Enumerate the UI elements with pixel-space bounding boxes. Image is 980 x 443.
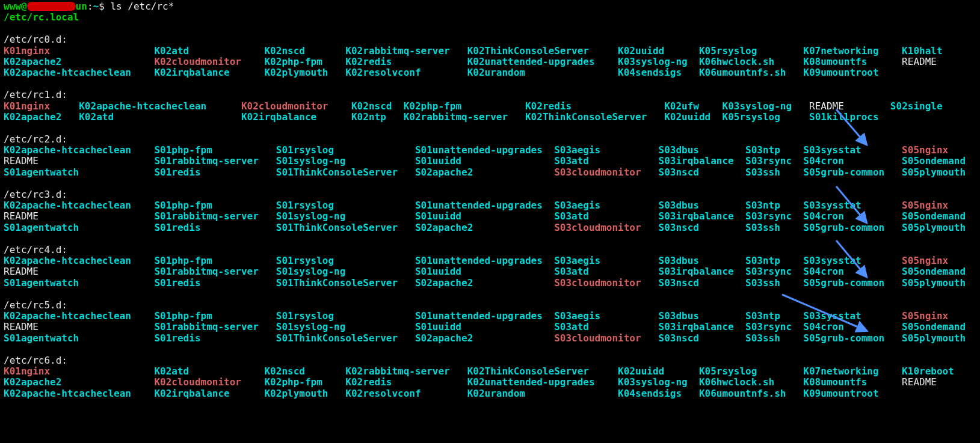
ls-entry: K06hwclock.sh: [699, 56, 803, 67]
ls-entry: S02apache2: [415, 167, 554, 178]
ls-entry: S01unattended-upgrades: [415, 310, 554, 322]
ls-entry: K01nginx: [4, 45, 154, 57]
ls-entry: K01nginx: [4, 365, 154, 377]
ls-entry: S03nscd: [659, 332, 746, 344]
ls-entry: S03ssh: [745, 222, 803, 233]
ls-entry: K02cloudmonitor: [241, 100, 351, 112]
ls-entry: S02apache2: [415, 277, 554, 289]
ls-entry: S03dbus: [659, 310, 746, 322]
ls-entry: S03ssh: [745, 332, 803, 344]
ls-entry: S01redis: [154, 332, 276, 344]
ls-entry: S05nginx: [902, 144, 972, 156]
ls-entry: S03aegis: [554, 255, 658, 266]
ls-entry: S03rsync: [745, 266, 803, 277]
ls-entry: S05nginx: [902, 255, 972, 266]
ls-entry: S03cloudmonitor: [554, 332, 658, 344]
ls-entry: README: [902, 56, 960, 67]
terminal-output[interactable]: www@xxxxxxxxun:~$ ls /etc/rc*/etc/rc.loc…: [0, 0, 980, 400]
ls-entry: README: [4, 210, 154, 222]
ls-entry: S05plymouth: [902, 332, 972, 344]
ls-entry: S05grub-common: [803, 277, 902, 289]
ls-entry: K02nscd: [264, 365, 345, 377]
ls-entry: S04cron: [803, 210, 902, 222]
ls-entry: S05grub-common: [803, 167, 902, 178]
ls-entry: K02apache-htcacheclean: [4, 67, 154, 78]
ls-entry: S01rsyslog: [276, 144, 415, 156]
ls-entry: S03irqbalance: [659, 210, 746, 222]
prompt-path: ~: [93, 1, 99, 12]
ls-entry: S01unattended-upgrades: [415, 255, 554, 266]
dir-header: /etc/rc3.d:: [4, 189, 67, 200]
ls-entry: S03dbus: [659, 144, 746, 156]
ls-entry: K06umountnfs.sh: [699, 67, 803, 78]
ls-entry: S04cron: [803, 266, 902, 277]
ls-entry: S03ntp: [745, 200, 803, 211]
ls-entry: K02ThinkConsoleServer: [525, 111, 664, 123]
ls-entry: S03cloudmonitor: [554, 167, 658, 178]
ls-entry: S05grub-common: [803, 332, 902, 344]
dir-header: /etc/rc0.d:: [4, 34, 67, 45]
ls-entry: K02irqbalance: [241, 111, 351, 123]
ls-entry: K02resolvconf: [345, 67, 467, 78]
ls-entry: S03rsync: [745, 321, 803, 332]
ls-entry: S01php-fpm: [154, 200, 276, 211]
ls-entry: K02ThinkConsoleServer: [467, 365, 618, 377]
ls-entry: S01php-fpm: [154, 144, 276, 156]
ls-entry: S01agentwatch: [4, 167, 154, 178]
ls-entry: S03ntp: [745, 255, 803, 266]
ls-entry: K02plymouth: [264, 67, 345, 78]
ls-entry: S01uuidd: [415, 321, 554, 332]
ls-entry: [890, 111, 948, 123]
ls-entry: S03atd: [554, 210, 658, 222]
ls-entry: S01redis: [154, 222, 276, 233]
ls-entry: S03nscd: [659, 277, 746, 289]
ls-entry: S03sysstat: [803, 255, 902, 266]
ls-entry: K02apache-htcacheclean: [4, 255, 154, 266]
ls-entry: S01unattended-upgrades: [415, 200, 554, 211]
ls-entry: K02rabbitmq-server: [345, 365, 467, 377]
ls-entry: K02ntp: [351, 111, 404, 123]
ls-entry: K02nscd: [264, 45, 345, 57]
ls-entry: README: [902, 376, 960, 388]
ls-entry: S03rsync: [745, 155, 803, 167]
ls-entry: S01redis: [154, 277, 276, 289]
ls-entry: S01syslog-ng: [276, 210, 415, 222]
ls-entry: S03ssh: [745, 277, 803, 289]
ls-entry: K02urandom: [467, 67, 618, 78]
ls-entry: K02apache-htcacheclean: [4, 310, 154, 322]
ls-entry: S04cron: [803, 155, 902, 167]
ls-entry: K02uuidd: [618, 45, 699, 57]
ls-entry: K02apache2: [4, 56, 154, 67]
ls-entry: S02apache2: [415, 222, 554, 233]
redaction: xxxxxxxx: [27, 2, 76, 10]
ls-entry: S01rsyslog: [276, 310, 415, 322]
prompt-host: un: [76, 1, 87, 12]
ls-entry: S05ondemand: [902, 321, 972, 332]
prompt-user: www: [4, 1, 21, 12]
ls-entry: K02atd: [154, 45, 264, 57]
ls-entry: K02ThinkConsoleServer: [467, 45, 618, 57]
ls-entry: S01agentwatch: [4, 222, 154, 233]
ls-entry: K02php-fpm: [264, 376, 345, 388]
ls-entry: K05rsyslog: [699, 45, 803, 57]
ls-entry: S05ondemand: [902, 210, 972, 222]
ls-entry: K10reboot: [902, 365, 960, 377]
ls-entry: S04cron: [803, 321, 902, 332]
ls-entry: S03cloudmonitor: [554, 277, 658, 289]
ls-entry: K02uuidd: [618, 365, 699, 377]
ls-entry: K02cloudmonitor: [154, 376, 264, 388]
ls-entry: K04sendsigs: [618, 67, 699, 78]
ls-entry: S01rabbitmq-server: [154, 155, 276, 167]
ls-entry: K02apache-htcacheclean: [79, 100, 241, 112]
ls-entry: K02php-fpm: [404, 100, 525, 112]
ls-entry: S01uuidd: [415, 266, 554, 277]
ls-entry: K09umountroot: [803, 388, 902, 399]
ls-entry: K02irqbalance: [154, 388, 264, 399]
ls-entry: S03aegis: [554, 144, 658, 156]
ls-entry: K05rsyslog: [723, 111, 810, 123]
dir-header: /etc/rc1.d:: [4, 89, 67, 100]
ls-entry: K02redis: [345, 376, 467, 388]
ls-entry: K02unattended-upgrades: [467, 376, 618, 388]
ls-entry: S01php-fpm: [154, 310, 276, 322]
ls-entry: K02urandom: [467, 388, 618, 399]
